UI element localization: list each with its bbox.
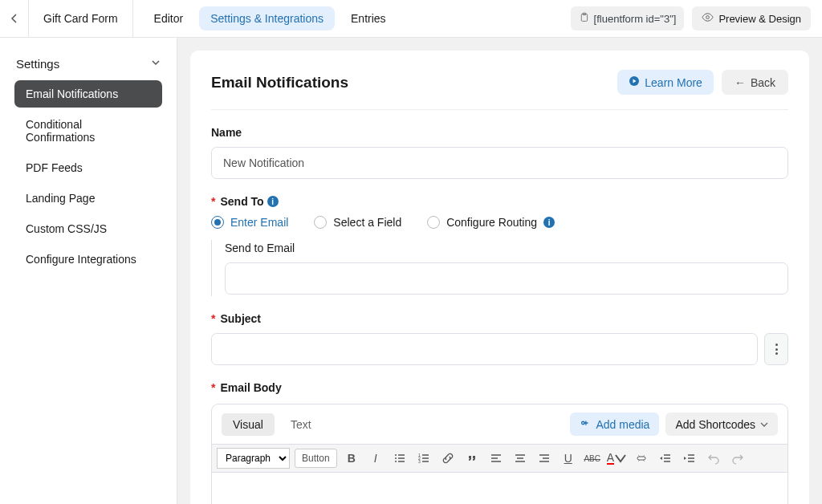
shortcode-text: [fluentform id="3"] <box>594 13 677 25</box>
add-shortcodes-button[interactable]: Add Shortcodes <box>665 413 778 436</box>
clear-format-icon[interactable] <box>632 449 651 468</box>
editor-top-actions: Add media Add Shortcodes <box>570 413 778 436</box>
back-button[interactable]: ← Back <box>722 70 788 95</box>
editor-content-area[interactable] <box>212 473 787 504</box>
radio-select-field[interactable]: Select a Field <box>314 216 401 229</box>
add-shortcodes-label: Add Shortcodes <box>675 418 755 431</box>
sidebar-item-landing-page[interactable]: Landing Page <box>14 185 162 212</box>
sidebar-item-custom-css[interactable]: Custom CSS/JS <box>14 215 162 242</box>
subject-label-text: Subject <box>220 312 261 325</box>
back-icon[interactable] <box>0 0 29 37</box>
add-media-label: Add media <box>596 418 649 431</box>
send-to-label: * Send To i <box>211 195 788 208</box>
play-icon <box>629 75 640 89</box>
required-marker: * <box>211 381 215 394</box>
field-subject: * Subject <box>211 312 788 365</box>
info-icon[interactable]: i <box>543 217 555 228</box>
field-name: Name <box>211 126 788 179</box>
radio-enter-email[interactable]: Enter Email <box>211 216 288 229</box>
header-tabs: Editor Settings & Integrations Entries <box>143 6 397 30</box>
align-right-icon[interactable] <box>535 449 554 468</box>
align-center-icon[interactable] <box>511 449 530 468</box>
subject-options-button[interactable] <box>764 333 788 365</box>
card-actions: Learn More ← Back <box>617 70 788 95</box>
redo-icon[interactable] <box>728 449 747 468</box>
back-label: Back <box>751 76 775 89</box>
sidebar-item-conditional-confirmations[interactable]: Conditional Confirmations <box>14 111 162 151</box>
svg-point-6 <box>395 457 397 459</box>
text-color-icon[interactable]: A <box>607 449 627 468</box>
required-marker: * <box>211 312 215 325</box>
subject-label: * Subject <box>211 312 788 325</box>
preview-button[interactable]: Preview & Design <box>692 6 811 30</box>
chevron-down-icon <box>151 58 161 70</box>
radio-label: Select a Field <box>333 216 401 229</box>
card-header: Email Notifications Learn More ← Back <box>211 70 788 110</box>
tab-editor[interactable]: Editor <box>143 6 195 30</box>
outdent-icon[interactable] <box>656 449 675 468</box>
tab-entries[interactable]: Entries <box>340 6 397 30</box>
sidebar-heading-label: Settings <box>16 57 59 71</box>
add-media-button[interactable]: Add media <box>570 413 659 436</box>
svg-point-7 <box>395 461 397 462</box>
tab-settings[interactable]: Settings & Integrations <box>199 6 335 30</box>
sidebar-item-email-notifications[interactable]: Email Notifications <box>14 80 162 108</box>
radio-configure-routing[interactable]: Configure Routing i <box>427 216 555 229</box>
strikethrough-icon[interactable]: ABC <box>583 449 602 468</box>
format-select[interactable]: Paragraph <box>217 448 290 469</box>
page-title: Email Notifications <box>211 74 348 91</box>
sidebar-heading[interactable]: Settings <box>0 47 177 80</box>
top-header: Gift Card Form Editor Settings & Integra… <box>0 0 822 38</box>
italic-icon[interactable]: I <box>366 449 385 468</box>
arrow-left-icon: ← <box>735 76 746 89</box>
number-list-icon[interactable]: 123 <box>414 449 433 468</box>
svg-rect-26 <box>637 457 645 460</box>
editor-toolbar: Paragraph Button B I 123 U ABC <box>212 444 787 473</box>
send-to-email-input[interactable] <box>225 262 788 295</box>
indent-icon[interactable] <box>680 449 699 468</box>
shortcode-btn[interactable]: [fluentform id="3"] <box>571 6 685 30</box>
sidebar-item-pdf-feeds[interactable]: PDF Feeds <box>14 154 162 181</box>
field-email-body: * Email Body Visual Text Add media <box>211 381 788 504</box>
preview-label: Preview & Design <box>718 13 801 25</box>
name-input[interactable] <box>211 147 788 179</box>
media-icon <box>580 417 591 431</box>
bold-icon[interactable]: B <box>342 449 361 468</box>
radio-icon <box>314 216 327 229</box>
info-icon[interactable]: i <box>267 196 279 207</box>
editor-tab-visual[interactable]: Visual <box>222 413 275 436</box>
editor-tabs-row: Visual Text Add media Add Shortcodes <box>212 404 787 444</box>
toolbar-button-btn[interactable]: Button <box>295 449 337 468</box>
send-to-email-subbox: Send to Email <box>211 240 788 296</box>
settings-sidebar: Settings Email Notifications Conditional… <box>0 38 177 504</box>
link-icon[interactable] <box>438 449 458 468</box>
bullet-list-icon[interactable] <box>390 449 409 468</box>
underline-icon[interactable]: U <box>559 449 578 468</box>
header-actions: [fluentform id="3"] Preview & Design <box>571 6 811 30</box>
field-send-to: * Send To i Enter Email Select a Field <box>211 195 788 296</box>
learn-more-button[interactable]: Learn More <box>617 70 714 95</box>
sidebar-item-configure-integrations[interactable]: Configure Integrations <box>14 246 162 273</box>
svg-text:3: 3 <box>418 459 421 464</box>
clipboard-icon <box>579 12 589 25</box>
quote-icon[interactable] <box>462 449 482 468</box>
align-left-icon[interactable] <box>486 449 506 468</box>
body-label: * Email Body <box>211 381 788 394</box>
send-to-label-text: Send To <box>220 195 263 208</box>
svg-point-2 <box>706 16 710 19</box>
settings-card: Email Notifications Learn More ← Back <box>190 51 809 504</box>
subject-row <box>211 333 788 365</box>
name-label: Name <box>211 126 788 139</box>
learn-more-label: Learn More <box>645 76 702 89</box>
editor-tab-text[interactable]: Text <box>279 413 323 436</box>
rich-text-editor: Visual Text Add media Add Shortcodes <box>211 404 788 504</box>
subject-input[interactable] <box>211 333 758 365</box>
vertical-dots-icon <box>775 343 778 355</box>
radio-icon <box>211 216 224 229</box>
radio-icon <box>427 216 440 229</box>
body-label-text: Email Body <box>220 381 281 394</box>
form-title: Gift Card Form <box>29 0 133 37</box>
undo-icon[interactable] <box>704 449 723 468</box>
send-to-radio-group: Enter Email Select a Field Configure Rou… <box>211 216 788 229</box>
svg-point-5 <box>395 454 397 456</box>
